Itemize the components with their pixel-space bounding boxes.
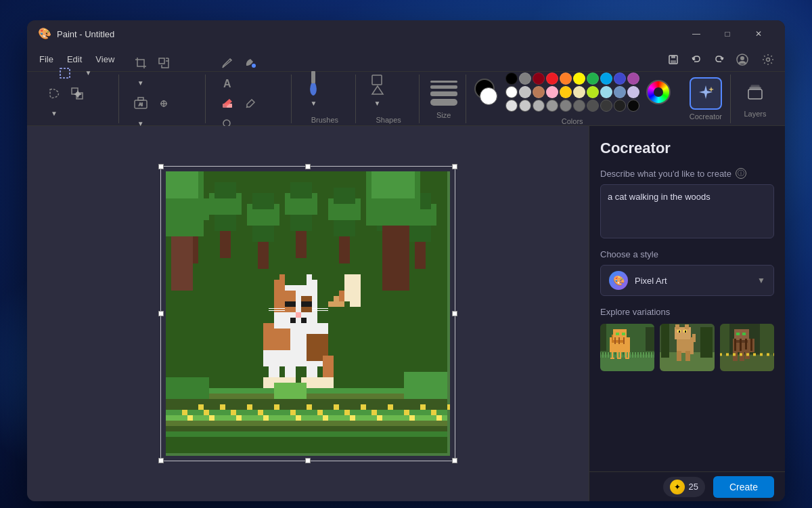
coins-badge: ✦ 25: [663, 477, 705, 497]
color-lavender[interactable]: [627, 86, 639, 98]
cocreator-button[interactable]: [690, 77, 722, 110]
magic-select-button[interactable]: [66, 84, 88, 103]
pencil-button[interactable]: [217, 54, 238, 72]
svg-text:AI: AI: [139, 102, 143, 106]
svg-point-19: [223, 120, 230, 127]
eraser-button[interactable]: [217, 94, 238, 113]
coin-icon: ✦: [670, 480, 685, 494]
variation-3[interactable]: [720, 324, 774, 371]
color-g8[interactable]: [600, 100, 612, 112]
resize-button[interactable]: [153, 54, 175, 72]
ai-erase-button[interactable]: AI: [130, 94, 152, 113]
handle-bot-mid[interactable]: [305, 458, 311, 463]
color-pink[interactable]: [546, 86, 558, 98]
primary-colors: [474, 79, 497, 105]
color-red[interactable]: [546, 72, 558, 85]
cocreator-label: Cocreator: [690, 112, 722, 121]
image-select-dropdown[interactable]: ▼: [43, 104, 65, 123]
save-button[interactable]: [663, 50, 683, 69]
handle-mid-right[interactable]: [452, 311, 457, 316]
color-ltgreen[interactable]: [587, 86, 599, 98]
color-g6[interactable]: [573, 100, 585, 112]
color-g1[interactable]: [505, 100, 518, 112]
crop-button[interactable]: [130, 54, 152, 72]
svg-rect-25: [751, 85, 759, 87]
handle-top-right[interactable]: [452, 164, 457, 169]
selection-dropdown[interactable]: ▼: [77, 64, 99, 83]
selection-group: ▼ ▼: [35, 75, 119, 123]
shapes-dropdown[interactable]: ▼: [367, 94, 388, 113]
profile-button[interactable]: [732, 50, 752, 69]
color-cream[interactable]: [573, 86, 585, 98]
shapes-group: ▼ Shapes: [359, 75, 420, 123]
size-3[interactable]: [430, 91, 457, 96]
color-g9[interactable]: [614, 100, 626, 112]
freeform-select-button[interactable]: [43, 84, 65, 103]
redo-button[interactable]: [709, 50, 729, 69]
color-tan[interactable]: [533, 86, 545, 98]
color-g5[interactable]: [560, 100, 572, 112]
size-label: Size: [436, 111, 451, 119]
canvas-area[interactable]: [27, 126, 589, 501]
color-g10[interactable]: [627, 100, 639, 112]
info-icon[interactable]: ⓘ: [736, 168, 746, 179]
color-blue[interactable]: [600, 72, 612, 85]
handle-bot-right[interactable]: [452, 458, 457, 463]
color-ltblue[interactable]: [600, 86, 612, 98]
arrange-button[interactable]: [153, 94, 175, 113]
selection-rect-button[interactable]: [54, 64, 76, 83]
color-palette: [505, 72, 639, 112]
layers-group: Layers: [734, 75, 777, 123]
shapes-label: Shapes: [376, 116, 401, 124]
undo-button[interactable]: [686, 50, 706, 69]
size-4[interactable]: [430, 99, 457, 106]
color-g7[interactable]: [587, 100, 599, 112]
handle-mid-left[interactable]: [158, 311, 164, 316]
color-purple[interactable]: [627, 72, 639, 85]
svg-rect-6: [60, 68, 70, 78]
minimize-button[interactable]: —: [681, 23, 712, 45]
color-green[interactable]: [587, 72, 599, 85]
svg-point-4: [740, 56, 744, 60]
brush-icon[interactable]: [302, 74, 324, 93]
maximize-button[interactable]: □: [712, 23, 743, 45]
settings-button[interactable]: [758, 50, 778, 69]
color-darkred[interactable]: [533, 72, 545, 85]
color-g4[interactable]: [546, 100, 558, 112]
size-1[interactable]: [430, 81, 457, 83]
color-indigo[interactable]: [614, 72, 626, 85]
secondary-color[interactable]: [480, 87, 497, 105]
handle-top-mid[interactable]: [305, 164, 311, 169]
close-button[interactable]: ✕: [743, 23, 774, 45]
resize-dropdown[interactable]: ▼: [130, 74, 152, 93]
color-ltgray[interactable]: [519, 86, 531, 98]
style-dropdown[interactable]: 🎨 Pixel Art ▼: [600, 265, 774, 296]
color-orange[interactable]: [560, 72, 572, 85]
fill-button[interactable]: [240, 54, 261, 72]
handle-top-left[interactable]: [158, 164, 164, 169]
color-white[interactable]: [505, 86, 518, 98]
color-gray[interactable]: [519, 72, 531, 85]
bottom-bar: ✦ 25 Create: [589, 471, 785, 501]
color-g3[interactable]: [533, 100, 545, 112]
color-gold[interactable]: [560, 86, 572, 98]
color-skyblue[interactable]: [614, 86, 626, 98]
handle-bot-left[interactable]: [158, 458, 164, 463]
color-wheel-button[interactable]: [646, 80, 671, 104]
text-button[interactable]: A: [217, 74, 238, 93]
shapes-icon[interactable]: [367, 74, 388, 93]
style-label: Choose a style: [600, 249, 774, 259]
create-button[interactable]: Create: [713, 476, 774, 498]
brushes-dropdown[interactable]: ▼: [302, 94, 324, 113]
eyedropper-button[interactable]: [240, 94, 261, 113]
color-black[interactable]: [505, 72, 518, 85]
color-g2[interactable]: [519, 100, 531, 112]
size-2[interactable]: [430, 85, 457, 89]
prompt-textarea[interactable]: a cat walking in the woods: [600, 184, 774, 238]
variation-2[interactable]: [660, 324, 714, 371]
variations-grid: [600, 324, 774, 371]
color-yellow[interactable]: [573, 72, 585, 85]
layers-button[interactable]: [742, 80, 769, 107]
variation-1[interactable]: [600, 324, 654, 371]
pixel-art-canvas: [166, 171, 450, 456]
